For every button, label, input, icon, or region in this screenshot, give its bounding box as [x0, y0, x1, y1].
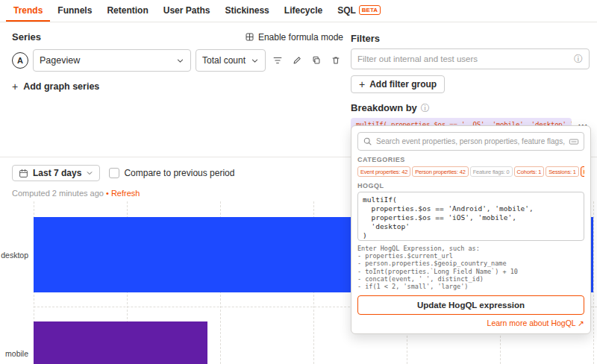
formula-mode-icon	[245, 32, 254, 42]
category-chip-person-properties[interactable]: Person properties: 42	[412, 166, 469, 177]
taxonomic-search-input[interactable]	[376, 137, 565, 145]
add-filter-group-button[interactable]: + Add filter group	[351, 75, 445, 93]
tab-sql[interactable]: SQL BETA	[330, 0, 388, 22]
tab-stickiness[interactable]: Stickiness	[217, 0, 276, 22]
computed-status: Computed 2 minutes ago • Refresh	[12, 189, 140, 198]
tab-label: User Paths	[163, 5, 210, 16]
filters-heading: Filters	[351, 33, 380, 44]
filter-test-accounts-input[interactable]	[357, 54, 569, 63]
breakdown-header: Breakdown by ⓘ	[351, 102, 590, 113]
beta-badge: BETA	[359, 5, 381, 15]
axis-label-desktop: desktop	[0, 251, 28, 260]
bar-mobile[interactable]	[34, 321, 207, 364]
insight-type-tabs: Trends Funnels Retention User Paths Stic…	[0, 0, 597, 22]
series-glyph[interactable]: A	[12, 52, 28, 69]
breakdown-heading: Breakdown by	[351, 102, 417, 113]
tab-user-paths[interactable]: User Paths	[156, 0, 218, 22]
filters-panel: Filters ⓘ + Add filter group Breakdown b…	[351, 31, 590, 131]
compare-checkbox[interactable]	[109, 168, 119, 178]
date-range-button[interactable]: Last 7 days	[12, 165, 100, 181]
filter-icon	[272, 55, 283, 66]
tab-label: Lifecycle	[284, 5, 322, 16]
calendar-icon	[19, 169, 28, 178]
plus-icon: +	[12, 81, 18, 92]
date-range-label: Last 7 days	[33, 168, 81, 178]
compare-label: Compare to previous period	[124, 168, 234, 178]
category-chip-event-properties[interactable]: Event properties: 42	[357, 166, 410, 177]
series-row: A Pageview Total count	[12, 49, 343, 72]
filter-series-button[interactable]	[270, 52, 285, 69]
compare-toggle[interactable]: Compare to previous period	[109, 168, 234, 178]
hogql-help-text: Enter HogQL Expression, such as: - prope…	[357, 245, 584, 290]
series-panel-header: Series Enable formula mode	[12, 31, 343, 43]
categories-label: CATEGORIES	[357, 156, 584, 163]
learn-more-link[interactable]: Learn more about HogQL ↗	[487, 318, 584, 327]
add-graph-series-button[interactable]: + Add graph series	[12, 81, 99, 92]
tab-label: SQL	[337, 5, 356, 16]
category-chips: Event properties: 42 Person properties: …	[357, 166, 584, 177]
axis-label-mobile: mobile	[0, 349, 28, 358]
plus-icon: +	[359, 78, 365, 90]
tab-label: Retention	[107, 5, 148, 16]
copy-icon	[311, 55, 322, 66]
taxonomic-filter-popup: CATEGORIES Event properties: 42 Person p…	[351, 125, 591, 334]
computed-text: Computed 2 minutes ago	[12, 189, 104, 198]
help-line: Enter HogQL Expression, such as:	[357, 245, 584, 252]
trends-insight-page: Trends Funnels Retention User Paths Stic…	[0, 0, 597, 364]
info-icon[interactable]: ⓘ	[421, 104, 430, 113]
chevron-down-icon	[86, 169, 93, 177]
category-chip-sessions[interactable]: Sessions: 1	[546, 166, 579, 177]
tab-label: Stickiness	[225, 5, 269, 16]
tab-label: Trends	[13, 5, 43, 16]
tab-lifecycle[interactable]: Lifecycle	[277, 0, 330, 22]
tab-label: Funnels	[57, 5, 92, 16]
info-icon[interactable]: ⓘ	[574, 54, 583, 63]
tab-trends[interactable]: Trends	[6, 0, 50, 22]
help-line: - concat(event, ' ', distinct_id)	[357, 275, 584, 283]
edit-series-button[interactable]	[290, 52, 304, 69]
duplicate-series-button[interactable]	[309, 52, 324, 69]
hogql-label: HOGQL	[357, 182, 584, 189]
learn-more-label: Learn more about HogQL	[487, 318, 576, 327]
event-select-value: Pageview	[40, 55, 80, 66]
popup-search-field	[357, 132, 584, 151]
series-heading: Series	[12, 31, 41, 43]
refresh-link[interactable]: Refresh	[111, 189, 140, 198]
trash-icon	[331, 55, 341, 66]
series-panel: Series Enable formula mode A Pageview To…	[12, 31, 343, 93]
hogql-code-editor[interactable]: multiIf( properties.$os == 'Android', 'm…	[357, 192, 584, 241]
formula-mode-label: Enable formula mode	[258, 32, 343, 43]
enable-formula-mode-button[interactable]: Enable formula mode	[245, 32, 343, 43]
search-icon	[363, 136, 372, 146]
tab-retention[interactable]: Retention	[99, 0, 155, 22]
keyboard-shortcut-icon	[569, 136, 579, 147]
status-separator: •	[106, 189, 109, 198]
category-chip-feature-flags[interactable]: Feature flags: 0	[470, 166, 513, 177]
add-filter-group-label: Add filter group	[369, 79, 437, 90]
aggregation-select[interactable]: Total count	[196, 49, 266, 72]
learn-more-row: Learn more about HogQL ↗	[357, 318, 584, 327]
add-graph-series-label: Add graph series	[23, 81, 99, 92]
update-hogql-button[interactable]: Update HogQL expression	[357, 295, 584, 315]
help-line: - toInt(properties.`Long Field Name`) + …	[357, 268, 584, 275]
event-select[interactable]: Pageview	[33, 49, 191, 72]
delete-series-button[interactable]	[328, 52, 343, 69]
help-line: - person.properties.$geoip_country_name	[357, 260, 584, 267]
filter-test-accounts-field: ⓘ	[351, 48, 590, 69]
help-line: - properties.$current_url	[357, 252, 584, 260]
category-chip-cohorts[interactable]: Cohorts: 1	[514, 166, 545, 177]
tab-funnels[interactable]: Funnels	[50, 0, 99, 22]
category-chip-hogql[interactable]: HogQL	[581, 166, 584, 177]
chevron-down-icon	[251, 57, 259, 65]
edit-icon	[292, 55, 302, 66]
external-link-icon: ↗	[578, 318, 584, 327]
gridline	[593, 201, 594, 364]
aggregation-select-value: Total count	[202, 55, 246, 66]
chevron-down-icon	[176, 57, 184, 65]
chart-controls: Last 7 days Compare to previous period	[12, 165, 234, 181]
help-line: - if(1 < 2, 'small', 'large')	[357, 283, 584, 290]
